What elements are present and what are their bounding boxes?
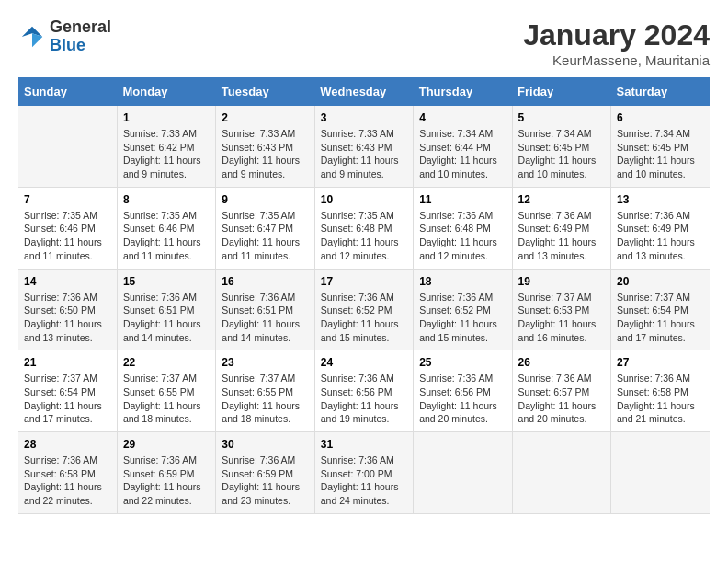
day-info: Sunrise: 7:34 AM Sunset: 6:45 PM Dayligh… <box>518 127 605 181</box>
subtitle: KeurMassene, Mauritania <box>523 52 710 68</box>
day-info: Sunrise: 7:37 AM Sunset: 6:54 PM Dayligh… <box>617 291 704 345</box>
weekday-header: Tuesday <box>216 77 314 106</box>
calendar-week-row: 1Sunrise: 7:33 AM Sunset: 6:42 PM Daylig… <box>18 106 710 187</box>
header-row: SundayMondayTuesdayWednesdayThursdayFrid… <box>18 77 710 106</box>
day-info: Sunrise: 7:36 AM Sunset: 6:49 PM Dayligh… <box>518 209 605 263</box>
day-number: 31 <box>321 438 407 451</box>
calendar-week-row: 7Sunrise: 7:35 AM Sunset: 6:46 PM Daylig… <box>18 187 710 269</box>
calendar-cell: 19Sunrise: 7:37 AM Sunset: 6:53 PM Dayli… <box>512 269 610 350</box>
calendar-cell: 16Sunrise: 7:36 AM Sunset: 6:51 PM Dayli… <box>216 269 314 350</box>
day-number: 25 <box>419 356 506 369</box>
day-number: 22 <box>123 356 210 369</box>
day-info: Sunrise: 7:33 AM Sunset: 6:42 PM Dayligh… <box>123 127 210 181</box>
day-number: 11 <box>419 193 506 206</box>
calendar-cell: 11Sunrise: 7:36 AM Sunset: 6:48 PM Dayli… <box>414 187 512 269</box>
day-number: 8 <box>123 193 210 206</box>
day-number: 24 <box>321 356 407 369</box>
calendar-cell: 24Sunrise: 7:36 AM Sunset: 6:56 PM Dayli… <box>314 350 413 432</box>
calendar-cell: 2Sunrise: 7:33 AM Sunset: 6:43 PM Daylig… <box>216 106 314 187</box>
day-number: 5 <box>518 111 605 124</box>
day-number: 16 <box>222 275 308 288</box>
day-info: Sunrise: 7:36 AM Sunset: 6:59 PM Dayligh… <box>123 454 210 508</box>
day-number: 12 <box>518 193 605 206</box>
day-number: 29 <box>123 438 210 451</box>
day-number: 6 <box>617 111 704 124</box>
day-number: 21 <box>24 356 111 369</box>
day-number: 17 <box>321 275 407 288</box>
day-number: 1 <box>123 111 210 124</box>
calendar-cell: 10Sunrise: 7:35 AM Sunset: 6:48 PM Dayli… <box>314 187 413 269</box>
day-number: 26 <box>518 356 605 369</box>
calendar-cell: 23Sunrise: 7:37 AM Sunset: 6:55 PM Dayli… <box>216 350 314 432</box>
day-number: 19 <box>518 275 605 288</box>
day-info: Sunrise: 7:36 AM Sunset: 6:52 PM Dayligh… <box>419 291 506 345</box>
day-info: Sunrise: 7:36 AM Sunset: 6:50 PM Dayligh… <box>24 291 111 345</box>
calendar-cell: 4Sunrise: 7:34 AM Sunset: 6:44 PM Daylig… <box>414 106 512 187</box>
calendar-cell: 26Sunrise: 7:36 AM Sunset: 6:57 PM Dayli… <box>512 350 610 432</box>
day-number: 30 <box>222 438 308 451</box>
weekday-header: Thursday <box>414 77 512 106</box>
day-info: Sunrise: 7:36 AM Sunset: 6:57 PM Dayligh… <box>518 372 605 426</box>
day-info: Sunrise: 7:36 AM Sunset: 6:49 PM Dayligh… <box>617 209 704 263</box>
weekday-header: Friday <box>512 77 610 106</box>
day-info: Sunrise: 7:36 AM Sunset: 6:58 PM Dayligh… <box>24 454 111 508</box>
calendar-cell: 17Sunrise: 7:36 AM Sunset: 6:52 PM Dayli… <box>314 269 413 350</box>
calendar-week-row: 14Sunrise: 7:36 AM Sunset: 6:50 PM Dayli… <box>18 269 710 350</box>
day-info: Sunrise: 7:34 AM Sunset: 6:45 PM Dayligh… <box>617 127 704 181</box>
day-info: Sunrise: 7:33 AM Sunset: 6:43 PM Dayligh… <box>222 127 308 181</box>
day-info: Sunrise: 7:35 AM Sunset: 6:46 PM Dayligh… <box>123 209 210 263</box>
day-info: Sunrise: 7:37 AM Sunset: 6:55 PM Dayligh… <box>222 372 308 426</box>
calendar-cell <box>414 432 512 514</box>
day-info: Sunrise: 7:35 AM Sunset: 6:46 PM Dayligh… <box>24 209 111 263</box>
calendar-cell: 13Sunrise: 7:36 AM Sunset: 6:49 PM Dayli… <box>611 187 710 269</box>
calendar-cell: 15Sunrise: 7:36 AM Sunset: 6:51 PM Dayli… <box>117 269 215 350</box>
day-number: 10 <box>321 193 407 206</box>
day-info: Sunrise: 7:37 AM Sunset: 6:55 PM Dayligh… <box>123 372 210 426</box>
day-info: Sunrise: 7:35 AM Sunset: 6:48 PM Dayligh… <box>321 209 407 263</box>
calendar-cell: 7Sunrise: 7:35 AM Sunset: 6:46 PM Daylig… <box>18 187 117 269</box>
day-info: Sunrise: 7:36 AM Sunset: 6:48 PM Dayligh… <box>419 209 506 263</box>
calendar-cell: 12Sunrise: 7:36 AM Sunset: 6:49 PM Dayli… <box>512 187 610 269</box>
day-number: 14 <box>24 275 111 288</box>
weekday-header: Saturday <box>611 77 710 106</box>
day-info: Sunrise: 7:35 AM Sunset: 6:47 PM Dayligh… <box>222 209 308 263</box>
calendar-cell: 29Sunrise: 7:36 AM Sunset: 6:59 PM Dayli… <box>117 432 215 514</box>
day-number: 23 <box>222 356 308 369</box>
calendar-cell: 20Sunrise: 7:37 AM Sunset: 6:54 PM Dayli… <box>611 269 710 350</box>
calendar-week-row: 21Sunrise: 7:37 AM Sunset: 6:54 PM Dayli… <box>18 350 710 432</box>
calendar-cell: 30Sunrise: 7:36 AM Sunset: 6:59 PM Dayli… <box>216 432 314 514</box>
day-info: Sunrise: 7:36 AM Sunset: 6:56 PM Dayligh… <box>419 372 506 426</box>
logo: General Blue <box>18 18 111 55</box>
day-info: Sunrise: 7:33 AM Sunset: 6:43 PM Dayligh… <box>321 127 407 181</box>
day-number: 15 <box>123 275 210 288</box>
weekday-header: Sunday <box>18 77 117 106</box>
day-number: 27 <box>617 356 704 369</box>
calendar-cell: 1Sunrise: 7:33 AM Sunset: 6:42 PM Daylig… <box>117 106 215 187</box>
day-number: 13 <box>617 193 704 206</box>
calendar-cell: 8Sunrise: 7:35 AM Sunset: 6:46 PM Daylig… <box>117 187 215 269</box>
calendar-cell <box>611 432 710 514</box>
day-info: Sunrise: 7:37 AM Sunset: 6:54 PM Dayligh… <box>24 372 111 426</box>
main-title: January 2024 <box>523 18 710 52</box>
page-header: General Blue January 2024 KeurMassene, M… <box>18 18 710 68</box>
logo-icon <box>18 23 46 51</box>
day-number: 28 <box>24 438 111 451</box>
title-area: January 2024 KeurMassene, Mauritania <box>523 18 710 68</box>
day-number: 3 <box>321 111 407 124</box>
day-info: Sunrise: 7:37 AM Sunset: 6:53 PM Dayligh… <box>518 291 605 345</box>
day-info: Sunrise: 7:36 AM Sunset: 6:51 PM Dayligh… <box>123 291 210 345</box>
calendar-cell: 28Sunrise: 7:36 AM Sunset: 6:58 PM Dayli… <box>18 432 117 514</box>
day-number: 9 <box>222 193 308 206</box>
calendar-cell: 14Sunrise: 7:36 AM Sunset: 6:50 PM Dayli… <box>18 269 117 350</box>
calendar-cell: 22Sunrise: 7:37 AM Sunset: 6:55 PM Dayli… <box>117 350 215 432</box>
calendar-week-row: 28Sunrise: 7:36 AM Sunset: 6:58 PM Dayli… <box>18 432 710 514</box>
calendar-cell: 21Sunrise: 7:37 AM Sunset: 6:54 PM Dayli… <box>18 350 117 432</box>
day-info: Sunrise: 7:36 AM Sunset: 6:59 PM Dayligh… <box>222 454 308 508</box>
calendar-table: SundayMondayTuesdayWednesdayThursdayFrid… <box>18 77 710 514</box>
calendar-cell: 25Sunrise: 7:36 AM Sunset: 6:56 PM Dayli… <box>414 350 512 432</box>
day-info: Sunrise: 7:36 AM Sunset: 6:51 PM Dayligh… <box>222 291 308 345</box>
weekday-header: Wednesday <box>314 77 413 106</box>
logo-text: General Blue <box>50 18 111 55</box>
calendar-cell <box>512 432 610 514</box>
calendar-cell: 6Sunrise: 7:34 AM Sunset: 6:45 PM Daylig… <box>611 106 710 187</box>
